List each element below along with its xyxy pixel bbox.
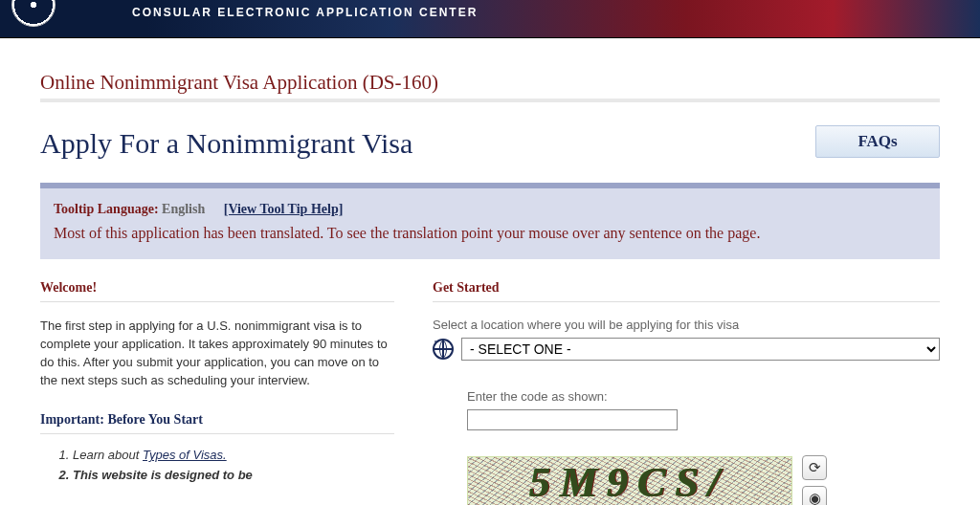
important-heading: Important: Before You Start <box>40 412 394 434</box>
get-started-heading: Get Started <box>433 280 940 302</box>
tooltip-language-value: English <box>162 202 205 216</box>
tooltip-help-link[interactable]: [View Tool Tip Help] <box>224 202 344 216</box>
language-bar: Tooltip Language: English [View Tool Tip… <box>40 183 940 259</box>
app-title: Online Nonimmigrant Visa Application (DS… <box>40 71 940 95</box>
translation-notice: Most of this application has been transl… <box>54 225 926 242</box>
types-of-visas-link[interactable]: Types of Visas. <box>143 448 227 462</box>
point1-prefix: Learn about <box>73 448 143 462</box>
captcha-audio-button[interactable]: ◉ <box>802 486 827 505</box>
captcha-refresh-button[interactable]: ⟳ <box>802 455 827 480</box>
banner-org-text: CONSULAR ELECTRONIC APPLICATION CENTER <box>132 6 478 19</box>
list-item: This website is designed to be <box>73 468 394 482</box>
globe-icon <box>433 339 454 360</box>
captcha-image: 5M9CS/ <box>467 456 792 505</box>
welcome-text: The first step in applying for a U.S. no… <box>40 318 394 389</box>
captcha-input[interactable] <box>467 409 678 430</box>
seal-icon <box>11 0 56 27</box>
tooltip-language-label: Tooltip Language: <box>54 202 159 216</box>
captcha-label: Enter the code as shown: <box>467 389 940 404</box>
location-select[interactable]: - SELECT ONE - <box>461 338 940 361</box>
welcome-heading: Welcome! <box>40 280 394 302</box>
collapse-caret-icon[interactable] <box>894 183 911 188</box>
list-item: Learn about Types of Visas. <box>73 448 394 462</box>
page-heading: Apply For a Nonimmigrant Visa <box>40 127 412 160</box>
point2-text: This website is designed to be <box>73 468 253 482</box>
speaker-icon: ◉ <box>809 490 821 505</box>
divider <box>40 99 940 102</box>
top-banner: CONSULAR ELECTRONIC APPLICATION CENTER <box>0 0 980 38</box>
location-label: Select a location where you will be appl… <box>433 318 940 332</box>
refresh-icon: ⟳ <box>809 459 821 476</box>
faqs-button[interactable]: FAQs <box>815 125 940 158</box>
